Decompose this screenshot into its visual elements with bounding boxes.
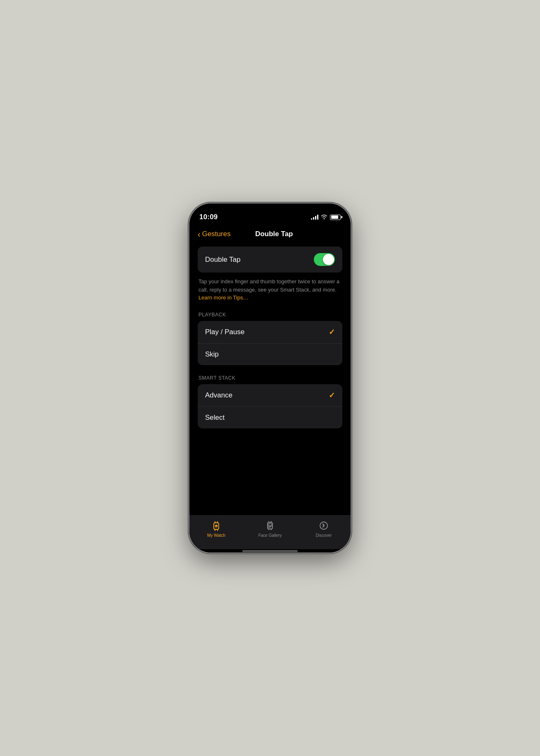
- navigation-bar: ‹ Gestures Double Tap: [189, 225, 351, 242]
- playback-option-play-pause[interactable]: Play / Pause ✓: [198, 321, 342, 343]
- page-title: Double Tap: [231, 230, 318, 238]
- double-tap-toggle-card: Double Tap: [198, 246, 342, 273]
- wifi-icon: [321, 214, 327, 220]
- double-tap-toggle[interactable]: [314, 253, 335, 266]
- battery-icon: [330, 215, 341, 220]
- tab-face-gallery[interactable]: Face Gallery: [243, 520, 297, 538]
- svg-rect-9: [268, 524, 272, 526]
- advance-label: Advance: [205, 391, 232, 400]
- signal-icon: [311, 215, 318, 220]
- smart-stack-options-card: Advance ✓ Select: [198, 384, 342, 428]
- phone-frame: 10:09: [189, 203, 351, 553]
- playback-options-card: Play / Pause ✓ Skip: [198, 321, 342, 365]
- home-indicator: [189, 549, 351, 553]
- phone-screen: 10:09: [189, 203, 351, 553]
- tab-bar: My Watch Face Gallery: [189, 515, 351, 549]
- my-watch-icon: [210, 520, 222, 531]
- smart-stack-section-header: SMART STACK: [198, 375, 342, 381]
- discover-icon: [318, 520, 330, 531]
- toggle-label: Double Tap: [205, 256, 241, 264]
- status-indicators: [311, 214, 341, 220]
- advance-checkmark: ✓: [329, 391, 335, 400]
- my-watch-tab-label: My Watch: [207, 533, 225, 538]
- chevron-left-icon: ‹: [198, 230, 201, 238]
- play-pause-checkmark: ✓: [329, 328, 335, 337]
- dynamic-island: [245, 208, 295, 222]
- home-indicator-bar: [242, 550, 298, 552]
- smart-stack-option-advance[interactable]: Advance ✓: [198, 384, 342, 407]
- toggle-knob: [323, 254, 334, 265]
- back-button[interactable]: ‹ Gestures: [198, 230, 231, 238]
- playback-section-header: PLAYBACK: [198, 312, 342, 318]
- play-pause-label: Play / Pause: [205, 328, 244, 336]
- select-label: Select: [205, 414, 225, 422]
- face-gallery-icon: [264, 520, 276, 531]
- description-text: Tap your index finger and thumb together…: [198, 278, 342, 302]
- svg-point-17: [323, 525, 325, 526]
- content-area: Double Tap Tap your index finger and thu…: [189, 242, 351, 515]
- tab-discover[interactable]: Discover: [297, 520, 351, 538]
- learn-more-link[interactable]: Learn more in Tips…: [198, 294, 248, 301]
- playback-option-skip[interactable]: Skip: [198, 343, 342, 365]
- smart-stack-option-select[interactable]: Select: [198, 407, 342, 428]
- back-label: Gestures: [202, 230, 231, 238]
- discover-tab-label: Discover: [316, 533, 332, 538]
- tab-my-watch[interactable]: My Watch: [189, 520, 243, 538]
- status-time: 10:09: [199, 213, 217, 221]
- skip-label: Skip: [205, 350, 219, 359]
- face-gallery-tab-label: Face Gallery: [258, 533, 282, 538]
